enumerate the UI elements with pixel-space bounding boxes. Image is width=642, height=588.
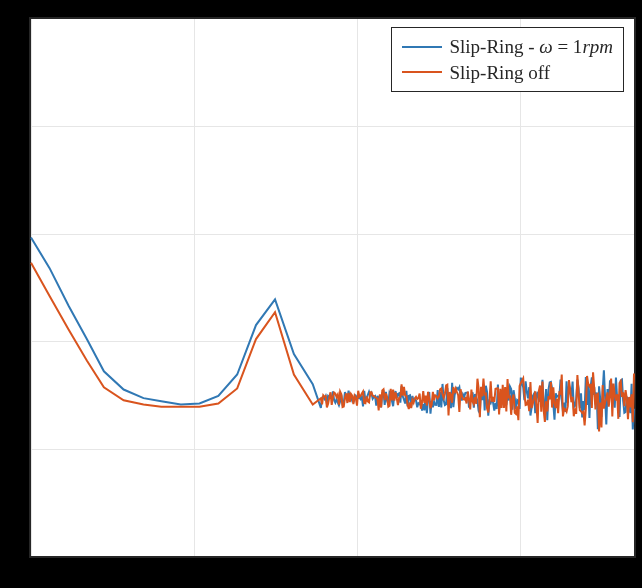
legend-entry-1: Slip-Ring off (402, 60, 614, 86)
legend: Slip-Ring - ω = 1rpm Slip-Ring off (391, 27, 625, 92)
chart-svg (31, 19, 634, 556)
legend-swatch-blue (402, 46, 442, 48)
legend-label-1: Slip-Ring off (450, 60, 550, 86)
legend-entry-0: Slip-Ring - ω = 1rpm (402, 34, 614, 60)
legend-label-0: Slip-Ring - ω = 1rpm (450, 34, 614, 60)
legend-swatch-red (402, 71, 442, 73)
chart-plot-area: Slip-Ring - ω = 1rpm Slip-Ring off (29, 17, 636, 558)
series-slip-ring-off (31, 263, 634, 432)
